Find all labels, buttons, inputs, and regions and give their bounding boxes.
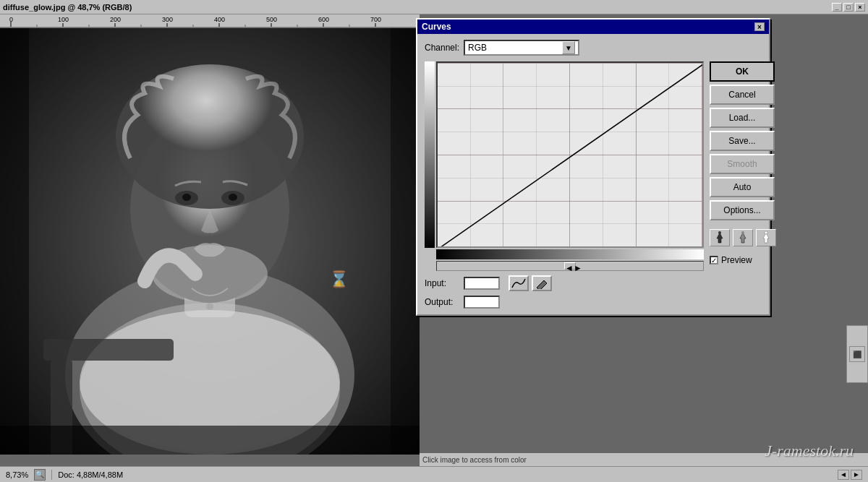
input-field[interactable] [464, 277, 500, 290]
curve-draw-tool[interactable] [509, 275, 529, 291]
input-row: Input: [425, 275, 704, 291]
auto-button[interactable]: Auto [710, 177, 775, 197]
svg-rect-38 [43, 339, 174, 361]
eyedropper-gray-icon [736, 231, 750, 244]
status-icon[interactable]: 🔍 [34, 469, 46, 481]
svg-text:400: 400 [214, 16, 225, 23]
maximize-button[interactable]: □ [843, 3, 854, 12]
svg-point-33 [182, 194, 191, 201]
svg-point-36 [206, 303, 213, 310]
pencil-icon [534, 277, 550, 289]
input-gradient [436, 249, 704, 259]
svg-rect-40 [0, 28, 29, 455]
channel-value: RGB [468, 43, 562, 53]
eyedropper-white-icon [759, 231, 773, 244]
cancel-button[interactable]: Cancel [710, 85, 775, 105]
preview-label: Preview [721, 255, 752, 265]
window-controls: _ □ × [832, 3, 865, 12]
svg-text:200: 200 [110, 16, 121, 23]
svg-point-48 [765, 231, 767, 234]
channel-dropdown-arrow[interactable]: ▼ [562, 41, 575, 54]
svg-text:500: 500 [266, 16, 277, 23]
right-panel-icon[interactable]: ⬛ [849, 346, 865, 362]
svg-point-46 [718, 231, 721, 234]
playback-controls: ◄ ► [838, 470, 862, 480]
channel-select[interactable]: RGB ▼ [464, 40, 579, 56]
status-divider [51, 470, 52, 480]
eyedropper-black-icon [712, 231, 727, 244]
smooth-button[interactable]: Smooth [710, 154, 775, 174]
photo-canvas: ⌛ [0, 28, 420, 455]
buttons-panel: OK Cancel Load... Save... Smooth Auto Op… [710, 61, 776, 309]
dialog-close-button[interactable]: × [754, 22, 765, 31]
minimize-button[interactable]: _ [832, 3, 842, 12]
black-point-eyedropper[interactable] [710, 229, 730, 246]
canvas-area: ⌛ [0, 28, 420, 455]
output-row: Output: [425, 296, 704, 309]
watermark: J-ramestok.ru [765, 442, 854, 460]
gray-point-eyedropper[interactable] [733, 229, 753, 246]
svg-text:⌛: ⌛ [329, 270, 349, 289]
svg-text:700: 700 [370, 16, 381, 23]
svg-rect-42 [0, 426, 420, 455]
output-label: Output: [425, 297, 461, 307]
ruler-svg: 0 100 200 300 400 500 600 700 [0, 14, 420, 27]
options-button[interactable]: Options... [710, 200, 775, 220]
preview-checkbox[interactable]: ✓ [710, 256, 718, 264]
ruler: 0 100 200 300 400 500 600 700 [0, 14, 420, 27]
svg-point-34 [229, 194, 237, 201]
load-button[interactable]: Load... [710, 108, 775, 128]
curves-svg [438, 63, 704, 248]
channel-label: Channel: [425, 43, 459, 53]
curves-graph-container [425, 61, 704, 248]
svg-text:600: 600 [318, 16, 329, 23]
white-point-eyedropper[interactable] [756, 229, 776, 246]
eyedropper-tools [710, 229, 776, 246]
save-button[interactable]: Save... [710, 131, 775, 151]
dialog-body: Channel: RGB ▼ [417, 34, 769, 314]
ok-button[interactable]: OK [710, 61, 775, 82]
curves-graph[interactable] [436, 61, 704, 248]
input-label: Input: [425, 278, 461, 288]
io-tools [509, 275, 552, 291]
prev-frame-button[interactable]: ◄ [838, 470, 849, 480]
channel-row: Channel: RGB ▼ [425, 40, 762, 56]
svg-rect-41 [391, 28, 420, 455]
pencil-draw-tool[interactable] [532, 275, 552, 291]
preview-row: ✓ Preview [710, 255, 776, 265]
doc-size: Doc: 4,88M/4,88M [58, 470, 123, 479]
output-field[interactable] [464, 296, 500, 309]
scrollbar-thumb[interactable]: ◄► [564, 262, 576, 270]
svg-text:100: 100 [58, 16, 69, 23]
curve-icon [511, 277, 527, 289]
output-gradient [425, 61, 435, 248]
zoom-value: 8,73% [6, 470, 28, 479]
app-title-bar: diffuse_glow.jpg @ 48,7% (RGB/8) _ □ × [0, 0, 868, 14]
svg-line-44 [438, 63, 704, 248]
app-title: diffuse_glow.jpg @ 48,7% (RGB/8) [3, 3, 132, 12]
main-window: diffuse_glow.jpg @ 48,7% (RGB/8) _ □ × 0… [0, 0, 868, 482]
bottom-info-text: Click image to access from color [422, 456, 527, 464]
right-panel: ⬛ [846, 325, 868, 383]
dialog-title-bar: Curves × [417, 20, 769, 34]
curves-dialog: Curves × Channel: RGB ▼ [416, 18, 770, 316]
svg-text:0: 0 [9, 16, 13, 23]
curves-content: ◄► Input: [425, 61, 762, 309]
dialog-title: Curves [422, 22, 451, 32]
status-bar: 8,73% 🔍 Doc: 4,88M/4,88M ◄ ► [0, 466, 868, 482]
svg-text:300: 300 [162, 16, 173, 23]
curves-main-area: ◄► Input: [425, 61, 704, 309]
svg-point-47 [741, 231, 744, 234]
close-button[interactable]: × [855, 3, 865, 12]
next-frame-button[interactable]: ► [851, 470, 862, 480]
curves-scrollbar[interactable]: ◄► [436, 261, 704, 271]
zoom-display: 8,73% [6, 470, 28, 479]
